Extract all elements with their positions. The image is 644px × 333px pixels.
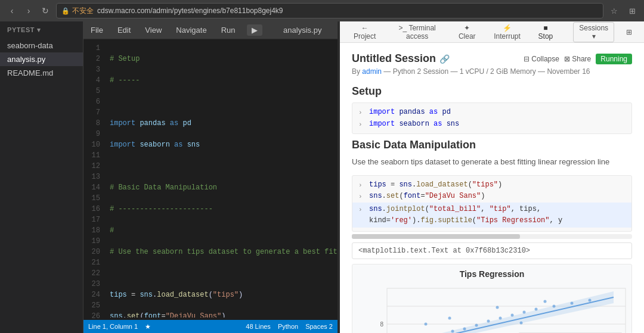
svg-point-15: [523, 311, 526, 314]
security-icon: 🔒: [61, 7, 70, 15]
notebook-toolbar: ← Project >_ Terminal access ✦ Clear ⚡ I…: [340, 21, 644, 43]
forward-button[interactable]: ›: [21, 4, 36, 18]
address-bar[interactable]: 🔒 不安全 cdsw.macro.com/admin/pytest/engine…: [56, 3, 603, 18]
sidebar-item-analysis[interactable]: analysis.py: [0, 52, 83, 66]
setup-title: Setup: [352, 85, 632, 98]
svg-point-10: [463, 328, 466, 331]
browser-actions: ☆ ⊞: [607, 4, 639, 18]
notebook-pane: ← Project >_ Terminal access ✦ Clear ⚡ I…: [340, 21, 644, 333]
menu-view[interactable]: View: [143, 24, 164, 36]
sidebar-item-seaborn-data[interactable]: seaborn-data: [0, 39, 83, 52]
project-header[interactable]: Pytest ▾: [0, 21, 83, 39]
grid-button[interactable]: ⊞: [621, 26, 637, 38]
file-name: analysis.py: [272, 26, 333, 35]
app-container: Pytest ▾ seaborn-data analysis.py README…: [0, 21, 644, 333]
chart-container: Tips Regression: [352, 264, 632, 333]
svg-point-19: [589, 299, 592, 302]
interrupt-button[interactable]: ⚡ Interrupt: [487, 22, 528, 42]
language-label: Python: [278, 323, 298, 330]
extension-button[interactable]: ⊞: [625, 4, 639, 18]
basic-desc: Use the seaborn tips dataset to generate…: [352, 156, 632, 168]
stop-button[interactable]: ■ Stop: [532, 22, 559, 42]
status-bar-right: 48 Lines Python Spaces 2: [246, 323, 333, 330]
security-label: 不安全: [72, 6, 94, 16]
clear-button[interactable]: ✦ Clear: [452, 22, 482, 42]
share-button[interactable]: ⊠ Share: [564, 55, 591, 63]
run-button[interactable]: ▶: [247, 24, 262, 36]
basic-code[interactable]: ›tips = sns.load_dataset("tips") ›sns.se…: [352, 175, 632, 232]
line-count: 48 Lines: [246, 323, 271, 330]
svg-point-11: [475, 324, 478, 327]
project-button[interactable]: ← Project: [347, 22, 382, 42]
url-text: cdsw.macro.com/admin/pytest/engines/b7e8…: [97, 7, 283, 15]
running-badge: Running: [596, 54, 632, 64]
notebook-content[interactable]: Untitled Session 🔗 ⊟ Collapse ⊠ Share Ru…: [340, 43, 644, 333]
session-actions: ⊟ Collapse ⊠ Share Running: [524, 54, 632, 64]
basic-cell: ›tips = sns.load_dataset("tips") ›sns.se…: [352, 175, 632, 232]
code-content[interactable]: 12345 678910 1112131415 1617181920 21222…: [83, 39, 338, 320]
svg-point-18: [571, 302, 574, 305]
svg-point-12: [487, 320, 490, 323]
menu-navigate[interactable]: Navigate: [174, 24, 209, 36]
code-editor: 12345 678910 1112131415 1617181920 21222…: [83, 39, 338, 333]
session-meta: By admin — Python 2 Session — 1 vCPU / 2…: [352, 67, 632, 76]
collapse-button[interactable]: ⊟ Collapse: [524, 55, 559, 63]
spaces-label: Spaces 2: [305, 323, 333, 330]
sidebar-item-readme[interactable]: README.md: [0, 66, 83, 80]
status-bar: Line 1, Column 1 ★ 48 Lines Python Space…: [83, 320, 338, 333]
svg-point-20: [425, 323, 428, 326]
menu-run[interactable]: Run: [219, 24, 238, 36]
tips-regression-chart: 10 8 pearsonr = 0.68; p = 6.7e-34: [357, 282, 631, 333]
svg-text:8: 8: [380, 321, 383, 328]
svg-point-13: [499, 317, 502, 320]
svg-point-9: [451, 330, 454, 333]
svg-point-21: [448, 317, 451, 320]
session-link-icon: 🔗: [439, 54, 450, 64]
cursor-position: Line 1, Column 1: [88, 323, 138, 330]
svg-point-25: [544, 300, 547, 303]
browser-chrome: ‹ › ↻ 🔒 不安全 cdsw.macro.com/admin/pytest/…: [0, 0, 644, 21]
menu-edit[interactable]: Edit: [115, 24, 133, 36]
bookmark-button[interactable]: ☆: [607, 4, 621, 18]
svg-point-14: [511, 314, 514, 317]
nb-output: <matplotlib.text.Text at 0x7f68b13c2310>: [352, 242, 632, 259]
sessions-button[interactable]: Sessions ▾: [573, 22, 614, 42]
menu-bar: File Edit View Navigate Run ▶ analysis.p…: [83, 21, 338, 39]
svg-point-17: [553, 305, 556, 308]
nav-buttons: ‹ › ↻: [5, 4, 52, 18]
menu-file[interactable]: File: [88, 24, 106, 36]
setup-cell: ›import pandas as pd ›import seaborn as …: [352, 102, 632, 134]
session-title-text: Untitled Session: [352, 52, 436, 65]
sidebar: Pytest ▾ seaborn-data analysis.py README…: [0, 21, 83, 333]
setup-code[interactable]: ›import pandas as pd ›import seaborn as …: [352, 102, 632, 134]
svg-point-23: [496, 306, 499, 309]
admin-link[interactable]: admin: [362, 67, 382, 76]
terminal-button[interactable]: >_ Terminal access: [387, 22, 447, 42]
chart-title: Tips Regression: [357, 269, 627, 279]
line-numbers: 12345 678910 1112131415 1617181920 21222…: [83, 42, 107, 318]
basic-title: Basic Data Manipulation: [352, 139, 632, 151]
session-header: Untitled Session 🔗 ⊟ Collapse ⊠ Share Ru…: [352, 52, 632, 65]
toolbar-nav-group: ← Project >_ Terminal access ✦ Clear ⚡ I…: [347, 22, 559, 42]
back-button[interactable]: ‹: [5, 4, 19, 18]
session-title: Untitled Session 🔗: [352, 52, 450, 65]
svg-point-24: [520, 322, 523, 325]
refresh-button[interactable]: ↻: [38, 4, 52, 18]
code-lines[interactable]: # Setup # ----- import pandas as pd impo…: [107, 42, 338, 318]
editor-pane: File Edit View Navigate Run ▶ analysis.p…: [83, 21, 338, 333]
svg-point-16: [535, 308, 538, 311]
star-icon: ★: [145, 323, 151, 331]
